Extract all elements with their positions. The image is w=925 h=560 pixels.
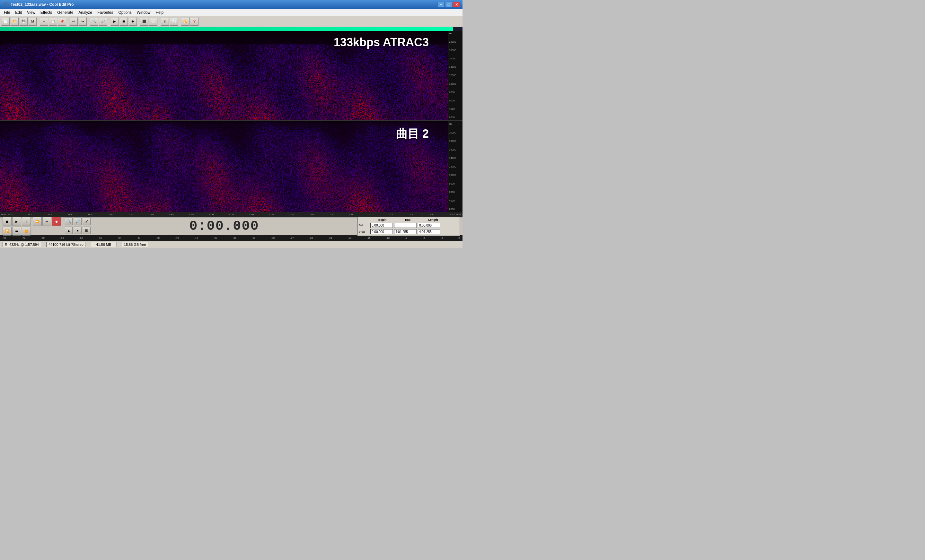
menu-window[interactable]: Window (134, 9, 153, 16)
transport-buttons: ⏹ ▶ ⏸ 🔁 ⏮ ⏪ (3, 217, 31, 236)
time-display: 0:00.000 (92, 219, 356, 234)
track1-panel: 133kbps ATRAC3 (0, 31, 448, 120)
zoom-out-h[interactable]: 🔎 (74, 218, 81, 225)
main-waveform-area: 133kbps ATRAC3 Hz 20000 18000 16000 1400… (0, 31, 462, 217)
freq-16k-1: 16000 (449, 57, 462, 60)
menu-generate[interactable]: Generate (54, 9, 76, 16)
menu-file[interactable]: File (1, 9, 12, 16)
tb-save2[interactable]: 🖫 (28, 17, 37, 26)
menu-analyze[interactable]: Analyze (76, 9, 95, 16)
track2-panel: 曲目 2 (0, 121, 448, 212)
view-length-field[interactable]: 4:01.255 (418, 229, 440, 234)
loop-btn[interactable]: 🔁 (3, 227, 12, 236)
t-210: 2:10 (249, 213, 254, 216)
minimize-button[interactable]: − (437, 2, 444, 8)
zoom-sel[interactable]: ⊞ (83, 227, 90, 234)
close-button[interactable]: ✕ (453, 2, 460, 8)
zoom-out-v[interactable]: ▼ (74, 227, 81, 234)
tb-paste[interactable]: 📌 (58, 17, 66, 26)
t-020: 0:20 (28, 213, 33, 216)
tb-normalize[interactable]: 📊 (170, 17, 178, 26)
tb-play[interactable]: ▶ (110, 17, 119, 26)
tb-open[interactable]: 📂 (10, 17, 19, 26)
view-begin-field[interactable]: 0:00.000 (370, 229, 393, 234)
zoom-in-h[interactable]: 🔍 (65, 218, 72, 225)
tb-record[interactable]: ⏺ (128, 17, 137, 26)
pause-btn[interactable]: ⏸ (22, 217, 31, 226)
zoom-in-v[interactable]: ▲ (65, 227, 72, 234)
tb-zoom-in[interactable]: 🔍 (90, 17, 98, 26)
rew-begin-btn[interactable]: ⏮ (12, 227, 21, 236)
t-110: 1:10 (128, 213, 134, 216)
position-bar[interactable] (0, 27, 462, 31)
freq-12k-1: 12000 (449, 74, 462, 77)
menu-options[interactable]: Options (116, 9, 134, 16)
tb-loop[interactable]: 🔁 (181, 17, 190, 26)
tb-zoom-out[interactable]: 🔎 (99, 17, 107, 26)
ff-end-btn[interactable]: ⏭ (42, 217, 51, 226)
maximize-button[interactable]: □ (445, 2, 452, 8)
freq-20k-1: 20000 (449, 41, 462, 44)
menu-edit[interactable]: Edit (12, 9, 24, 16)
t-340: 3:40 (429, 213, 435, 216)
sel-begin-field[interactable]: 0:00.000 (370, 223, 393, 228)
menu-help[interactable]: Help (153, 9, 166, 16)
freq-20k-2: 20000 (449, 131, 462, 134)
tb-undo[interactable]: ↩ (69, 17, 78, 26)
t-140: 1:40 (188, 213, 194, 216)
play-btn[interactable]: ▶ (12, 217, 21, 226)
time-ruler: hms 0:10 0:20 0:30 0:40 0:50 1:00 1:10 1… (0, 212, 462, 217)
freq-4k-2: 4000 (449, 199, 462, 202)
rec-btn[interactable]: ⏺ (52, 217, 61, 226)
t-010: 0:10 (8, 213, 13, 216)
menu-effects[interactable]: Effects (38, 9, 54, 16)
t-300: 3:00 (349, 213, 354, 216)
status-position: R: 432Hz @ 1:57.594 (3, 242, 41, 247)
tb-redo[interactable]: ↪ (78, 17, 87, 26)
freq-4k-1: 4000 (449, 108, 462, 110)
tb-mix-down[interactable]: 🎚 (161, 17, 169, 26)
t-200: 2:00 (229, 213, 234, 216)
tb-new[interactable]: 📄 (1, 17, 10, 26)
stop-btn[interactable]: ⏹ (3, 217, 12, 226)
t-040: 0:40 (68, 213, 73, 216)
t-240: 2:40 (309, 213, 314, 216)
tb-select-none[interactable]: ⬜ (149, 17, 157, 26)
zoom-full[interactable]: ⤢ (83, 218, 90, 225)
window-title: Test02_133aa3.wav - Cool Edit Pro (11, 2, 437, 7)
transport-buttons2: ⏩ ⏭ ⏺ (33, 217, 61, 236)
rew-btn[interactable]: ⏪ (22, 227, 31, 236)
freq-14k-2: 14000 (449, 157, 462, 159)
tb-cut[interactable]: ✂ (40, 17, 48, 26)
tb-select-all[interactable]: ⬛ (140, 17, 148, 26)
level-scale: -96 -72 -69 -66 -63 -60 -54 -51 -48 -45 … (3, 237, 460, 239)
sel-end-field[interactable] (394, 223, 417, 228)
tb-stop[interactable]: ⏹ (119, 17, 128, 26)
track1-spectrogram (0, 31, 448, 120)
t-220: 2:20 (269, 213, 274, 216)
freq-10k-1: 10000 (449, 83, 462, 86)
view-end-field[interactable]: 4:01.255 (394, 229, 417, 234)
freq-2k-2: 2000 (449, 208, 462, 210)
menu-bar: File Edit View Effects Generate Analyze … (0, 9, 462, 16)
t-050: 0:50 (88, 213, 93, 216)
t-150: 1:50 (209, 213, 214, 216)
title-bar: 🎵 Test02_133aa3.wav - Cool Edit Pro − □ … (0, 0, 462, 9)
tb-copy[interactable]: 📋 (49, 17, 57, 26)
status-free-space: 15.86 GB free (122, 242, 148, 247)
status-sample-rate: 44100 ?16-bit ?Stereo (46, 242, 86, 247)
freq-18k-1: 18000 (449, 49, 462, 52)
t-350: 3:50 (449, 213, 455, 216)
length-header: Length (421, 218, 445, 221)
t-250: 2:50 (329, 213, 334, 216)
menu-view[interactable]: View (24, 9, 38, 16)
ff-btn[interactable]: ⏩ (33, 217, 42, 226)
tb-help[interactable]: ❓ (190, 17, 199, 26)
freq-14k-1: 14000 (449, 66, 462, 68)
menu-favorites[interactable]: Favorites (95, 9, 116, 16)
tb-save[interactable]: 💾 (19, 17, 28, 26)
sel-length-field[interactable]: 0:00.000 (418, 223, 440, 228)
freq-scale-2: Hz 20000 18000 16000 14000 12000 10000 8… (448, 121, 462, 212)
t-330: 3:30 (409, 213, 414, 216)
sel-label: Sel (359, 224, 369, 227)
